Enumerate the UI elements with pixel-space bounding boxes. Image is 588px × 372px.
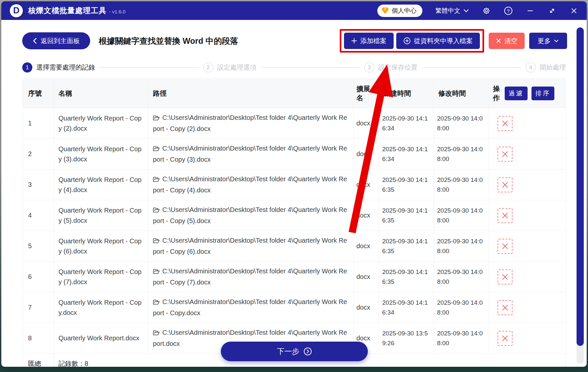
cell-modified: 2025-09-30 14:08:00 [434,231,488,262]
cell-index: 4 [23,200,54,231]
header-actions: 操作 過濾 排序 [488,79,566,108]
cell-created: 2025-09-30 14:16:34 [379,108,434,139]
summary-label: 匯總 [23,354,54,367]
back-to-dashboard-button[interactable]: 返回到主面板 [22,32,90,49]
step-4: 4 開始處理 [526,62,566,73]
language-selector[interactable]: 繁體中文 [435,7,469,15]
step-4-label: 開始處理 [540,63,566,72]
add-files-label: 添加檔案 [360,37,386,45]
cell-path: C:\Users\Administrator\Desktop\Test fold… [148,108,354,139]
cell-actions [488,231,566,262]
table-row: 5 Quarterly Work Report - Copy (6).docx … [23,231,566,262]
delete-row-button[interactable] [498,177,513,192]
cell-actions [488,262,566,292]
cell-name: Quarterly Work Report - Copy (4).docx [54,170,148,200]
cell-modified: 2025-09-30 14:08:00 [434,170,488,200]
cell-index: 1 [23,108,54,139]
step-2-label: 設定處理選項 [217,63,256,72]
cell-path: C:\Users\Administrator\Desktop\Test fold… [148,170,354,200]
settings-gear-icon[interactable] [482,6,491,15]
app-version: - v1.6.0 [109,9,125,14]
table-row: 6 Quarterly Work Report - Copy (7).docx … [23,262,566,292]
cell-index: 7 [23,292,54,323]
cell-name: Quarterly Work Report - Copy.docx [54,292,148,323]
step-connector [261,67,360,68]
help-icon[interactable]: ? [504,6,513,15]
step-1-label: 選擇需要處理的記錄 [36,63,95,72]
cell-path: C:\Users\Administrator\Desktop\Test fold… [148,139,354,170]
page-header: 返回到主面板 根據關鍵字查找並替換 Word 中的段落 添加檔案 從資料夾中導入… [1,20,587,60]
table-row: 2 Quarterly Work Report - Copy (3).docx … [23,139,566,170]
delete-row-button[interactable] [498,147,513,162]
cell-modified: 2025-09-30 14:08:00 [434,323,488,354]
personal-center-button[interactable]: 個人中心 [377,5,422,17]
folder-icon [153,114,160,124]
delete-row-button[interactable] [498,269,513,284]
step-3: 3 設定保存位置 [364,62,417,73]
app-window: D 核爍文檔批量處理工具 - v1.6.0 個人中心 繁體中文 [1,1,587,367]
more-button-label: 更多 [538,37,551,45]
annotation-highlight-box: 添加檔案 從資料夾中導入檔案 [340,29,484,53]
add-files-button[interactable]: 添加檔案 [344,33,394,49]
cell-extension: docx [354,200,379,231]
next-step-button[interactable]: 下一步 [221,342,368,361]
step-2: 2 設定處理選項 [203,62,256,73]
cell-created: 2025-09-30 14:16:34 [379,139,434,170]
page-title: 根據關鍵字查找並替換 Word 中的段落 [99,36,238,46]
sort-button[interactable]: 排序 [531,87,554,100]
app-logo: D [10,4,23,17]
delete-row-button[interactable] [498,116,513,131]
desktop-background: D 核爍文檔批量處理工具 - v1.6.0 個人中心 繁體中文 [0,0,588,372]
close-button[interactable] [569,6,578,15]
cell-actions [488,139,566,170]
next-arrow-icon [303,347,312,356]
minimize-button[interactable] [526,6,534,15]
import-from-folder-label: 從資料夾中導入檔案 [414,37,473,45]
folder-icon [153,236,160,247]
header-name: 名稱 [54,79,148,108]
folder-icon [153,144,160,154]
cell-index: 2 [23,139,54,170]
vip-diamond-icon [381,7,389,14]
step-1-number: 1 [22,62,32,73]
cell-actions [488,323,566,354]
filter-button[interactable]: 過濾 [505,87,528,100]
cell-modified: 2025-09-30 14:08:00 [434,200,488,231]
scrollbar-thumb[interactable] [577,27,584,346]
cell-name: Quarterly Work Report - Copy (5).docx [54,200,148,231]
table-row: 1 Quarterly Work Report - Copy (2).docx … [23,108,566,139]
header-extension: 擴展名 [354,79,379,108]
cell-actions [488,200,566,231]
folder-icon [153,267,160,277]
table-header-row: 序號 名稱 路徑 擴展名 創建時間 修改時間 操作 過濾 排序 [23,79,566,108]
maximize-button[interactable] [547,6,556,15]
delete-row-button[interactable] [498,239,513,254]
folder-icon [153,329,160,339]
cell-modified: 2025-09-30 14:08:00 [434,139,488,170]
header-created: 創建時間 [379,79,434,108]
import-from-folder-button[interactable]: 從資料夾中導入檔案 [396,33,480,49]
more-button[interactable]: 更多 [529,33,567,49]
cell-created: 2025-09-30 13:59:26 [379,323,434,354]
cell-path: C:\Users\Administrator\Desktop\Test fold… [148,200,354,231]
cell-name: Quarterly Work Report - Copy (2).docx [54,108,148,139]
delete-row-button[interactable] [498,331,513,346]
header-modified: 修改時間 [434,79,488,108]
cell-created: 2025-09-30 14:16:34 [379,292,434,323]
cell-index: 5 [23,231,54,262]
cell-actions [488,170,566,200]
cell-extension: docx [354,139,379,170]
chevron-down-icon [464,9,469,12]
folder-icon [153,298,160,308]
folder-icon [153,206,160,216]
step-2-number: 2 [203,62,213,73]
header-index: 序號 [23,79,54,108]
delete-row-button[interactable] [498,208,513,223]
svg-text:?: ? [507,8,509,13]
app-title: 核爍文檔批量處理工具 [28,6,106,16]
cell-modified: 2025-09-30 14:08:00 [434,108,488,139]
cell-created: 2025-09-30 14:16:35 [379,170,434,200]
delete-row-button[interactable] [498,300,513,315]
clear-button[interactable]: 清空 [489,33,525,49]
cell-name: Quarterly Work Report.docx [54,323,148,354]
